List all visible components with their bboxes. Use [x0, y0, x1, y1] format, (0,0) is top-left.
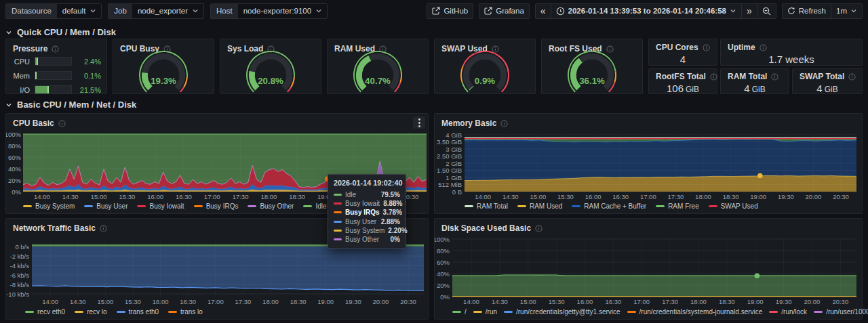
legend-item[interactable]: Busy System [23, 202, 75, 210]
legend-item[interactable]: recv lo [75, 308, 106, 316]
panel-title[interactable]: Uptime [728, 43, 755, 52]
svg-text:2 GiB: 2 GiB [446, 160, 462, 167]
svg-text:20%: 20% [8, 177, 22, 184]
info-icon[interactable] [771, 73, 778, 81]
legend-item[interactable]: RAM Free [656, 202, 699, 210]
memory-basic-chart[interactable]: 4 GiB3.50 GiB3 GiB2.50 GiB2 GiB1.50 GiB1… [435, 114, 862, 213]
legend-item[interactable]: Busy Other [248, 202, 294, 210]
svg-text:36.1%: 36.1% [579, 76, 605, 86]
legend-item[interactable]: trans lo [168, 308, 203, 316]
legend-item[interactable]: /run [473, 308, 497, 316]
variable-datasource-label: Datasource [6, 4, 57, 18]
time-range-button[interactable]: 2026-01-14 13:39:53 to 2026-01-14 20:46:… [551, 4, 741, 18]
stat-value: 4GiB [793, 83, 862, 94]
svg-text:15:00: 15:00 [97, 298, 113, 305]
svg-text:20%: 20% [437, 282, 450, 289]
svg-text:1.50 GiB: 1.50 GiB [437, 167, 462, 174]
panel-swap-used: SWAP Used0.9% [434, 39, 536, 94]
svg-text:20:30: 20:30 [832, 298, 848, 305]
svg-text:17:00: 17:00 [208, 298, 224, 305]
row-quick-cpu-mem-disk[interactable]: Quick CPU / Mem / Disk [5, 27, 116, 37]
grafana-link-button[interactable]: Grafana [479, 3, 530, 19]
svg-text:20:00: 20:00 [806, 193, 822, 200]
network-traffic-legend: recv eth0recv lotrans eth0trans lo [6, 308, 203, 316]
svg-text:14:00: 14:00 [463, 298, 479, 305]
info-icon[interactable] [492, 45, 499, 53]
svg-text:0 B: 0 B [452, 188, 462, 196]
variable-job[interactable]: Job node_exporter [108, 3, 204, 19]
legend-item[interactable]: RAM Total [465, 202, 508, 210]
svg-text:17:30: 17:30 [662, 298, 678, 305]
refresh-button[interactable]: Refresh [783, 4, 831, 18]
svg-text:20:30: 20:30 [400, 298, 416, 305]
svg-text:15:30: 15:30 [125, 298, 141, 305]
svg-text:-6 kb/s: -6 kb/s [9, 272, 29, 279]
disk-space-chart[interactable]: 100%80%60%40%20%0%14:0014:3015:0015:3016… [435, 219, 862, 319]
svg-text:40%: 40% [437, 270, 450, 278]
github-link-button[interactable]: GitHub [427, 3, 473, 19]
panel-title[interactable]: CPU Cores [656, 43, 698, 52]
svg-text:14:30: 14:30 [62, 193, 79, 200]
svg-text:18:00: 18:00 [260, 193, 277, 200]
info-icon[interactable] [163, 45, 171, 53]
svg-text:19:30: 19:30 [776, 298, 792, 305]
chevron-down-icon [315, 7, 322, 14]
variable-host[interactable]: Host node-exporter:9100 [210, 3, 328, 19]
dashboard-submenu: Datasource default Job node_exporter Hos… [0, 0, 868, 22]
legend-item[interactable]: trans eth0 [117, 308, 159, 316]
time-picker: « 2026-01-14 13:39:53 to 2026-01-14 20:4… [535, 3, 776, 19]
swap-used-gauge: 0.9% [435, 51, 535, 93]
legend-item[interactable]: RAM Used [517, 202, 562, 210]
info-icon[interactable] [52, 45, 59, 53]
info-icon[interactable] [606, 45, 614, 53]
chevron-down-icon [5, 102, 12, 108]
legend-item[interactable]: /run/credentials/systemd-journald.servic… [627, 308, 763, 316]
variable-datasource-value[interactable]: default [57, 4, 102, 18]
info-icon[interactable] [760, 44, 767, 51]
variable-job-label: Job [108, 4, 132, 18]
svg-text:14:30: 14:30 [70, 298, 86, 305]
info-icon[interactable] [848, 73, 856, 81]
refresh-interval-picker[interactable]: 1m [831, 4, 862, 18]
info-icon[interactable] [710, 73, 717, 81]
legend-item[interactable]: SWAP Used [709, 202, 758, 210]
memory-basic-legend: RAM TotalRAM UsedRAM Cache + BufferRAM F… [435, 202, 758, 210]
refresh-picker: Refresh 1m [782, 3, 863, 19]
variable-job-value[interactable]: node_exporter [132, 4, 203, 18]
svg-text:17:00: 17:00 [633, 298, 650, 305]
legend-item[interactable]: /run/user/1000 [814, 308, 868, 316]
legend-item[interactable]: Busy User [84, 202, 127, 210]
legend-item[interactable]: /run/lock [769, 308, 807, 316]
svg-text:15:00: 15:00 [520, 298, 536, 305]
svg-text:19:30: 19:30 [778, 193, 794, 200]
legend-item[interactable]: RAM Cache + Buffer [572, 202, 646, 210]
stat-value: 4GiB [721, 83, 789, 94]
svg-text:0%: 0% [12, 188, 21, 196]
info-icon[interactable] [267, 45, 275, 53]
svg-text:-2 kb/s: -2 kb/s [9, 253, 29, 260]
legend-item[interactable]: recv eth0 [25, 308, 65, 316]
svg-text:0%: 0% [440, 293, 450, 301]
row-basic-cpu-mem-net-disk[interactable]: Basic CPU / Mem / Net / Disk [5, 100, 136, 110]
panel-title[interactable]: RAM Total [728, 72, 767, 81]
time-shift-forward-button[interactable]: » [741, 4, 757, 18]
legend-item[interactable]: Busy IRQs [194, 202, 239, 210]
legend-item[interactable]: /run/credentials/getty@tty1.service [504, 308, 620, 316]
svg-text:60%: 60% [437, 259, 450, 266]
info-icon[interactable] [379, 45, 387, 53]
zoom-out-button[interactable] [757, 4, 776, 18]
svg-text:40.7%: 40.7% [365, 76, 391, 86]
panel-title[interactable]: RootFS Total [656, 72, 706, 81]
chevron-down-icon [730, 7, 736, 14]
legend-item[interactable]: Busy Iowait [137, 202, 184, 210]
svg-text:16:30: 16:30 [612, 193, 629, 200]
variable-host-value[interactable]: node-exporter:9100 [238, 4, 327, 18]
legend-item[interactable]: / [452, 308, 467, 316]
time-shift-back-button[interactable]: « [536, 4, 551, 18]
panel-title[interactable]: Pressure [13, 44, 47, 53]
svg-text:-10 kb/s: -10 kb/s [6, 290, 29, 298]
info-icon[interactable] [703, 44, 710, 51]
variable-datasource[interactable]: Datasource default [5, 3, 102, 19]
panel-title[interactable]: SWAP Total [800, 72, 844, 81]
legend-item[interactable]: Idle [303, 202, 326, 210]
